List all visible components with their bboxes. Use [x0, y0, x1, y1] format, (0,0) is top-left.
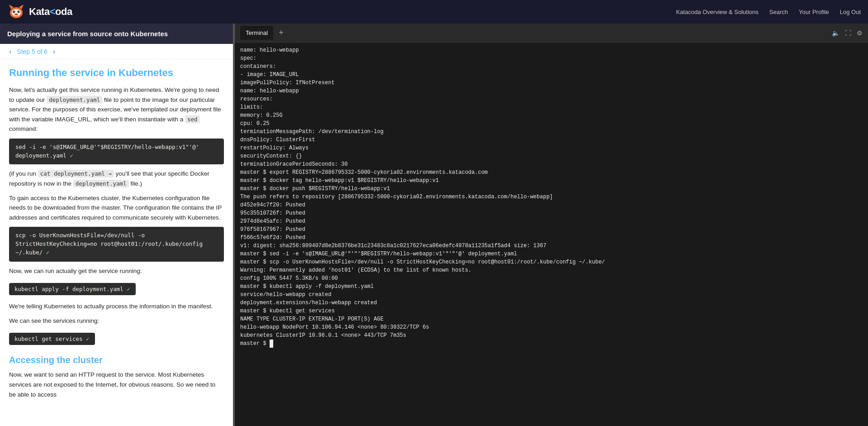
terminal-cursor-line: master $	[240, 340, 863, 348]
terminal-line: containers:	[240, 62, 863, 71]
step-label: Step 5 of 6	[17, 48, 47, 55]
terminal-line: Warning: Permanently added 'host01' (ECD…	[240, 266, 863, 274]
banner-title: Deploying a service from source onto Kub…	[7, 30, 168, 38]
terminal-line: d452e94c7f20: Pushed	[240, 201, 863, 209]
svg-point-7	[19, 11, 19, 12]
terminal-line: 95c35510726f: Pushed	[240, 209, 863, 217]
terminal-line: name: hello-webapp	[240, 46, 863, 54]
header: Kata<oda Katacoda Overview & Solutions S…	[0, 0, 868, 24]
code-block-3[interactable]: kubectl apply -f deployment.yaml ✓	[9, 283, 136, 295]
step-next-btn[interactable]: ›	[51, 48, 57, 56]
terminal-tab-label: Terminal	[246, 29, 268, 36]
para-6: We can see the services running:	[9, 316, 224, 326]
terminal-line: deployment.extensions/hello-webapp creat…	[240, 299, 863, 307]
terminal-line: service/hello-webapp created	[240, 291, 863, 299]
terminal-line: master $ kubectl get services	[240, 307, 863, 315]
step-banner: Deploying a service from source onto Kub…	[0, 24, 233, 44]
inline-code-sed: sed	[185, 115, 200, 123]
left-panel: Deploying a service from source onto Kub…	[0, 24, 233, 426]
terminal-line: hello-webapp NodePort 10.106.94.146 <non…	[240, 323, 863, 331]
terminal-add-tab-btn[interactable]: +	[276, 28, 286, 38]
terminal-header: Terminal + 🔈 ⛶ ⚙	[235, 24, 868, 43]
para-7: Now, we want to send an HTTP request to …	[9, 370, 224, 399]
step-prev-btn[interactable]: ‹	[7, 48, 13, 56]
terminal-line: master $ docker tag hello-webapp:v1 $REG…	[240, 177, 863, 185]
terminal-line: NAME TYPE CLUSTER-IP EXTERNAL-IP PORT(S)…	[240, 315, 863, 323]
terminal-line: imagePullPolicy: IfNotPresent	[240, 79, 863, 87]
inline-code-yaml: deployment.yaml	[47, 96, 102, 104]
terminal-line: The push refers to repository [288679533…	[240, 193, 863, 201]
terminal-line: config 100% 5447 5.3KB/s 00:00	[240, 274, 863, 282]
svg-point-6	[14, 11, 15, 12]
terminal-tab[interactable]: Terminal	[240, 26, 273, 40]
terminal-line: terminationGracePeriodSeconds: 30	[240, 160, 863, 168]
terminal-body[interactable]: name: hello-webapp spec: containers: - i…	[235, 43, 868, 426]
nav-overview[interactable]: Katacoda Overview & Solutions	[676, 9, 759, 15]
logo-link[interactable]: Kata<oda	[7, 3, 72, 21]
terminal-settings-btn[interactable]: ⚙	[857, 29, 863, 37]
terminal-line: terminationMessagePath: /dev/termination…	[240, 128, 863, 136]
terminal-line: master $ kubectl apply -f deployment.yam…	[240, 282, 863, 291]
header-nav: Katacoda Overview & Solutions Search You…	[676, 9, 861, 15]
para-2: (if you run cat deployment.yaml → you'll…	[9, 169, 224, 188]
terminal-panel: Terminal + 🔈 ⛶ ⚙ name: hello-webapp spec…	[235, 24, 868, 426]
terminal-line: limits:	[240, 103, 863, 111]
terminal-controls: 🔈 ⛶ ⚙	[832, 29, 863, 37]
nav-profile[interactable]: Your Profile	[799, 9, 829, 15]
terminal-line: name: hello-webapp	[240, 87, 863, 95]
svg-point-5	[18, 11, 20, 13]
logo-icon	[7, 3, 25, 21]
terminal-line: cpu: 0.25	[240, 120, 863, 128]
para-1: Now, let's actually get this service run…	[9, 85, 224, 134]
nav-logout[interactable]: Log Out	[840, 9, 861, 15]
terminal-line: - image: IMAGE_URL	[240, 71, 863, 79]
section-heading-cluster: Accessing the cluster	[9, 355, 224, 365]
step-nav: ‹ Step 5 of 6 ›	[0, 44, 233, 60]
content-heading: Running the service in Kubernetes	[9, 67, 224, 79]
terminal-line: 976f58167967: Pushed	[240, 225, 863, 234]
code-block-1[interactable]: sed -i -e 's@IMAGE_URL@'"$REGISTRY/hello…	[9, 139, 224, 165]
code-block-2[interactable]: scp -o UserKnownHostsFile=/dev/null -o S…	[9, 227, 224, 261]
inline-code-cat[interactable]: cat deployment.yaml →	[38, 170, 114, 177]
terminal-line: restartPolicy: Always	[240, 144, 863, 152]
para-3: To gain access to the Kubernetes cluster…	[9, 193, 224, 223]
terminal-line: securityContext: {}	[240, 152, 863, 160]
terminal-line: master $ scp -o UserKnownHostsFile=/dev/…	[240, 258, 863, 266]
logo-text: Kata<oda	[29, 6, 72, 18]
content-area: Running the service in Kubernetes Now, l…	[0, 60, 233, 426]
terminal-line: memory: 0.25G	[240, 111, 863, 120]
svg-point-4	[13, 11, 15, 13]
para-5: We're telling Kubernetes to actually pro…	[9, 302, 224, 311]
terminal-speaker-btn[interactable]: 🔈	[832, 29, 840, 37]
terminal-line: spec:	[240, 54, 863, 62]
para-4: Now, we can run actually get the service…	[9, 266, 224, 276]
main-area: Deploying a service from source onto Kub…	[0, 24, 868, 426]
terminal-line: dnsPolicy: ClusterFirst	[240, 136, 863, 144]
terminal-line: kubernetes ClusterIP 10.96.0.1 <none> 44…	[240, 331, 863, 340]
terminal-line: 2974d8e45afc: Pushed	[240, 217, 863, 225]
terminal-expand-btn[interactable]: ⛶	[845, 29, 851, 37]
terminal-line: master $ docker push $REGISTRY/hello-web…	[240, 185, 863, 193]
inline-code-yaml2: deployment.yaml	[73, 180, 129, 187]
terminal-line: f566c57e6f2d: Pushed	[240, 234, 863, 242]
terminal-line: master $ export REGISTRY=2886795332-5000…	[240, 168, 863, 177]
terminal-line: resources:	[240, 95, 863, 103]
nav-search[interactable]: Search	[769, 9, 788, 15]
code-block-4[interactable]: kubectl get services ✓	[9, 333, 95, 345]
terminal-line: master $ sed -i -e 's@IMAGE_URL@'"'"'$RE…	[240, 250, 863, 258]
terminal-line: v1: digest: sha256:809407d8e2b8376be31c2…	[240, 242, 863, 250]
